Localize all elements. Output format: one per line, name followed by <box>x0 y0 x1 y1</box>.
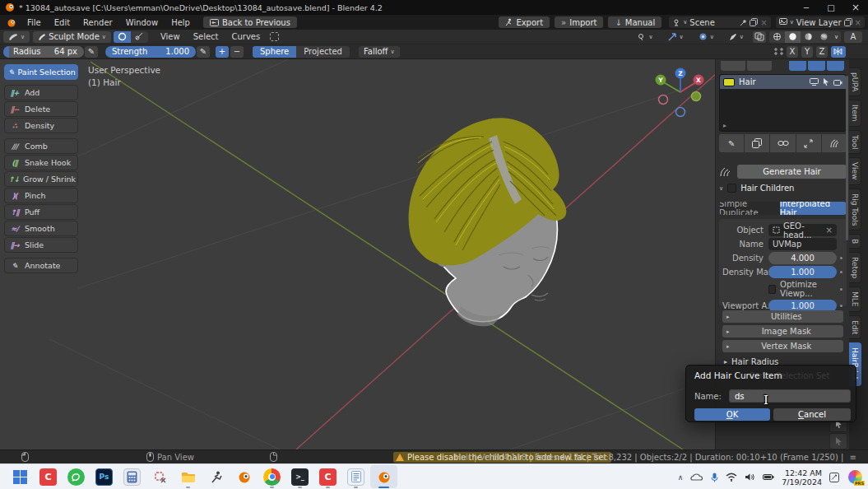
mode-selector[interactable]: Sculpt Mode ∨ <box>33 31 111 43</box>
close-button[interactable]: × <box>843 0 868 15</box>
interpolated-hair-tab[interactable]: Interpolated Hair <box>780 202 847 215</box>
remove-layer-icon[interactable]: × <box>855 18 861 27</box>
keyframe-dot[interactable] <box>840 257 842 259</box>
tool-puff[interactable]: ↑∥Puff <box>4 204 78 220</box>
maximize-button[interactable]: □ <box>819 0 843 15</box>
hair-list-row[interactable]: Hair <box>720 75 846 89</box>
speaker-icon[interactable] <box>745 473 755 482</box>
butterfly-mirror-icon[interactable] <box>831 46 846 58</box>
battery-icon[interactable] <box>763 473 774 481</box>
tab-pupa[interactable]: pUPA <box>849 68 861 96</box>
cancel-button[interactable]: Cancel <box>773 408 851 421</box>
section-vertex-mask[interactable]: ▸ Vertex Mask <box>722 340 843 352</box>
tab-mle[interactable]: MLE <box>849 286 861 311</box>
taskbar-whatsapp[interactable] <box>63 465 90 488</box>
hair-curves-button[interactable] <box>822 134 847 152</box>
tweak-arrow-button[interactable] <box>829 433 847 449</box>
onedrive-icon[interactable] <box>690 473 703 482</box>
radius-slider[interactable]: Radius 64 px <box>3 46 84 58</box>
clear-object-icon[interactable]: × <box>826 226 833 235</box>
tool-grow-shrink[interactable]: ↑↓Grow / Shrink <box>4 171 78 187</box>
keyframe-dot[interactable] <box>840 271 842 273</box>
collapse-icon[interactable]: ∨ <box>719 185 723 192</box>
hair-color-swatch[interactable] <box>723 78 735 86</box>
taskbar-photoshop[interactable]: Ps <box>91 465 118 488</box>
tray-expand-chevron[interactable]: ∧ <box>678 473 684 482</box>
tab-retop[interactable]: Retop <box>849 252 861 283</box>
optimize-checkbox[interactable] <box>768 285 776 294</box>
duplicate-button[interactable] <box>745 134 769 152</box>
clipped-button[interactable] <box>721 61 745 71</box>
notification-center-icon[interactable] <box>829 473 839 482</box>
falloff-projected-option[interactable]: Projected <box>296 46 350 58</box>
mirror-x-toggle[interactable]: X <box>787 46 798 58</box>
taskbar-file-explorer[interactable] <box>174 465 202 488</box>
taskbar-blender-active[interactable] <box>370 465 397 488</box>
panel-scrollbar[interactable] <box>846 76 848 240</box>
tool-pinch[interactable]: )(Pinch <box>4 188 78 203</box>
start-button[interactable] <box>7 465 34 488</box>
taskbar-zbrush[interactable] <box>202 465 230 488</box>
wifi-icon[interactable] <box>726 473 737 482</box>
generate-hair-button[interactable]: Generate Hair <box>737 165 847 179</box>
taskbar-chrome[interactable] <box>258 465 285 488</box>
shading-solid[interactable] <box>785 31 801 43</box>
tab-tool[interactable]: Tool <box>849 130 861 154</box>
strength-slider[interactable]: Strength 1.000 <box>105 46 196 58</box>
shading-wireframe[interactable] <box>769 31 785 43</box>
tray-clock[interactable]: 12:42 AM 7/19/2024 <box>782 468 822 487</box>
falloff-dropdown[interactable]: Falloff ∨ <box>359 46 400 58</box>
manual-button[interactable]: ↓ Manual <box>608 16 661 28</box>
keyframe-dot[interactable] <box>840 305 842 307</box>
clipped-blue-button[interactable] <box>808 61 825 71</box>
tab-item[interactable]: Item <box>849 100 861 127</box>
object-field[interactable]: GEO-head... × <box>768 224 837 236</box>
microphone-icon[interactable] <box>711 473 718 482</box>
menu-select[interactable]: Select <box>187 32 225 41</box>
clipped-button[interactable] <box>747 61 772 71</box>
menu-window[interactable]: Window <box>119 18 165 27</box>
keyframe-dot[interactable] <box>840 288 842 291</box>
menu-render[interactable]: Render <box>77 18 119 27</box>
new-layer-icon[interactable] <box>844 18 852 26</box>
hair-children-checkbox[interactable] <box>727 184 736 193</box>
tool-delete[interactable]: ∥−Delete <box>4 101 78 117</box>
import-button[interactable]: » Import <box>555 16 603 28</box>
tool-paint-selection[interactable]: ✎Paint Selection <box>4 64 78 80</box>
clipped-blue-button[interactable] <box>827 61 844 71</box>
taskbar-clickup-2[interactable]: C <box>314 465 341 488</box>
menu-view[interactable]: View <box>154 32 187 41</box>
density-mask-slider[interactable]: 1.000 <box>768 266 837 278</box>
tool-comb[interactable]: ///Comb <box>4 138 78 154</box>
ok-button[interactable]: OK <box>694 408 770 421</box>
tool-add[interactable]: ∥+Add <box>4 85 78 100</box>
tool-slide[interactable]: ∥→Slide <box>4 237 78 253</box>
new-scene-icon[interactable] <box>750 18 758 26</box>
view-layer-selector[interactable]: ∨ View Layer × <box>776 16 865 28</box>
tab-edit[interactable]: Edit <box>849 315 861 339</box>
minimize-button[interactable]: − <box>794 0 819 15</box>
cursor-select-icon[interactable] <box>823 78 829 86</box>
strength-pressure-toggle[interactable]: ✎ <box>197 46 210 58</box>
scene-selector[interactable]: ∨ Scene × <box>669 16 771 28</box>
tool-snake-hook[interactable]: (∥Snake Hook <box>4 155 78 170</box>
annotate-dropdown[interactable]: ∨ <box>724 31 749 43</box>
taskbar-blender[interactable] <box>230 465 258 488</box>
window-titlebar[interactable]: * 13084_autosave [C:\Users\emman\OneDriv… <box>0 0 868 15</box>
simple-duplicate-tab[interactable]: Simple Duplicate <box>719 202 780 215</box>
falloff-sphere-option[interactable]: Sphere <box>253 46 296 58</box>
menu-curves[interactable]: Curves <box>225 32 267 41</box>
expand-triangle-icon[interactable]: ▸ <box>723 122 726 129</box>
taskbar-snipping-tool[interactable] <box>146 465 174 488</box>
tool-annotate[interactable]: ✎Annotate <box>4 258 78 273</box>
monitor-icon[interactable] <box>810 78 819 86</box>
radius-pressure-toggle[interactable]: ✎ <box>85 46 98 58</box>
overlays-dropdown[interactable]: ∨ <box>694 31 719 43</box>
density-slider[interactable]: 4.000 <box>768 252 837 264</box>
dashed-select-icon[interactable] <box>270 32 279 41</box>
prs-app-icon[interactable]: PRS <box>847 469 863 486</box>
camera-icon[interactable] <box>833 79 842 86</box>
tool-density[interactable]: ∴Density <box>4 118 78 133</box>
brush-falloff-toggle[interactable] <box>131 31 148 43</box>
taskbar-notes[interactable] <box>342 465 369 488</box>
